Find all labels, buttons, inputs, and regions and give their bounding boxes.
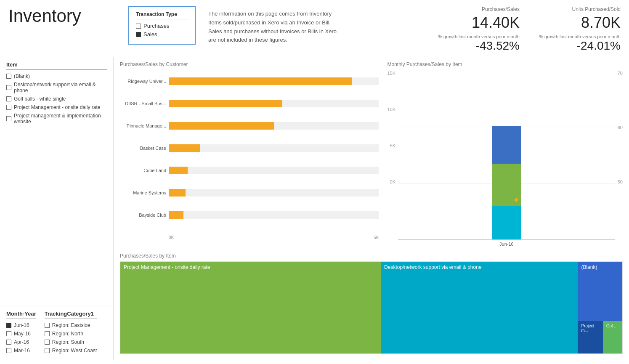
hbar-label-bayside: Bayside Club [120, 213, 166, 218]
checkbox-north[interactable] [45, 331, 50, 336]
hbar-row-pinnacle: Pinnacle Manage... [120, 122, 379, 130]
hbar-row-ridgeway: Ridgeway Univer... [120, 77, 379, 85]
units-growth-value: -24.01% [536, 39, 621, 53]
y-5k: 5K [390, 143, 395, 148]
purchases-sales-label: Purchases/Sales [435, 6, 520, 12]
hbar-row-diisr: DIISR - Small Bus... [120, 100, 379, 107]
checkbox-may16[interactable] [6, 331, 11, 336]
y-10k: 10K [387, 107, 395, 112]
filter-item-golf[interactable]: Golf balls - white single [6, 96, 107, 102]
hbar-track-ridgeway [169, 77, 379, 85]
filter-item-blank[interactable]: (Blank) [6, 73, 107, 79]
seg-blue-dark [492, 126, 521, 164]
hbar-fill-basket [169, 144, 200, 152]
month-jun16[interactable]: Jun-16 [6, 322, 36, 328]
checkbox-westcoast[interactable] [45, 348, 50, 353]
bar-stack [492, 126, 521, 239]
treemap-cell-pm-small[interactable]: Project m... [578, 321, 602, 353]
filter-label-pm: Project Management - onsite daily rate [14, 104, 100, 110]
treemap-label-pm-small: Project m... [581, 324, 599, 333]
bottom-filters: Month-Year Jun-16 May-16 Apr-16 [0, 306, 114, 360]
monthly-chart-container: Monthly Purchases/Sales by Item 15K 10K … [387, 61, 623, 247]
hbar-fill-bayside [169, 211, 183, 219]
charts-top-row: Purchases/Sales by Customer Ridgeway Uni… [114, 57, 629, 251]
filter-label-blank: (Blank) [14, 73, 30, 79]
checkbox-mar16[interactable] [6, 348, 11, 353]
hbar-chart: Ridgeway Univer... DIISR - Small Bus... … [120, 71, 379, 247]
filter-checkbox-pm[interactable] [6, 105, 11, 110]
hbar-track-basket [169, 144, 379, 152]
kpi-area: Purchases/Sales 14.40K % growth last mon… [435, 6, 621, 53]
dot-orange [515, 198, 518, 202]
sales-checkbox[interactable] [136, 32, 141, 37]
main-content: Item (Blank) Desktop/network support via… [0, 57, 629, 360]
transaction-type-filter[interactable]: Transaction Type Purchases Sales [128, 6, 196, 45]
y-axis-right: 70 60 50 [615, 71, 623, 184]
filter-checkbox-golf[interactable] [6, 96, 11, 101]
tracking-south[interactable]: Region: South [45, 339, 97, 345]
checkbox-jun16[interactable] [6, 323, 11, 328]
hbar-label-pinnacle: Pinnacle Manage... [120, 123, 166, 128]
stacked-bar [492, 126, 521, 239]
tracking-north[interactable]: Region: North [45, 331, 97, 337]
vbar-area: Jun-16 [398, 71, 615, 247]
tracking-westcoast[interactable]: Region: West Coast [45, 348, 97, 353]
treemap-right-col: (Blank) Project m... Gol... [578, 262, 622, 353]
hbar-axis-5k: 5K [374, 235, 379, 240]
seg-green [492, 164, 521, 206]
purchases-growth-value: -43.52% [435, 39, 520, 53]
label-jun16: Jun-16 [14, 322, 29, 328]
vbar-x-label: Jun-16 [398, 242, 615, 247]
filter-item-desktop[interactable]: Desktop/network support via email & phon… [6, 82, 107, 93]
sales-filter-item[interactable]: Sales [136, 31, 188, 37]
purchases-filter-item[interactable]: Purchases [136, 23, 188, 29]
treemap-cell-pm[interactable]: Project Management - onsite daily rate [120, 262, 381, 353]
transaction-type-label: Transaction Type [136, 11, 188, 19]
tracking-eastside[interactable]: Region: Eastside [45, 322, 97, 328]
treemap-cell-golf[interactable]: Gol... [603, 321, 622, 353]
hbar-track-marine [169, 189, 379, 197]
hbar-label-basket: Basket Case [120, 146, 166, 151]
purchases-sales-value: 14.40K [435, 14, 520, 32]
hbar-fill-marine [169, 189, 186, 197]
month-year-filter: Month-Year Jun-16 May-16 Apr-16 [6, 311, 36, 356]
filter-label-desktop: Desktop/network support via email & phon… [14, 82, 107, 93]
y-right-60: 60 [618, 125, 623, 130]
y-right-50: 50 [618, 179, 623, 184]
item-filter-section: Item (Blank) Desktop/network support via… [0, 57, 114, 306]
treemap-cell-blank[interactable]: (Blank) [578, 262, 622, 321]
purchases-checkbox[interactable] [136, 24, 141, 29]
filter-item-pm[interactable]: Project Management - onsite daily rate [6, 104, 107, 110]
filter-item-pmi[interactable]: Project management & implementation - we… [6, 113, 107, 125]
bar-chart-container: Purchases/Sales by Customer Ridgeway Uni… [120, 61, 379, 247]
hbar-fill-cube [169, 167, 188, 174]
treemap-label-pm: Project Management - onsite daily rate [124, 264, 210, 270]
filter-label-pmi: Project management & implementation - we… [14, 113, 107, 125]
hbar-axis: 0K 5K [120, 235, 379, 240]
page-title: Inventory [8, 6, 122, 26]
treemap-title: Purchases/Sales by Item [120, 253, 623, 259]
purchases-growth-label: % growth last month versus prior month [435, 34, 520, 39]
hbar-axis-0k: 0K [169, 235, 174, 240]
treemap-cell-desktop[interactable]: Desktop/network support via email & phon… [381, 262, 578, 353]
y-right-70: 70 [618, 71, 623, 76]
checkbox-apr16[interactable] [6, 340, 11, 345]
month-year-title: Month-Year [6, 311, 36, 319]
treemap: Project Management - onsite daily rate D… [120, 261, 623, 354]
label-westcoast: Region: West Coast [52, 348, 97, 353]
hbar-row-bayside: Bayside Club [120, 211, 379, 219]
hbar-track-cube [169, 167, 379, 174]
checkbox-eastside[interactable] [45, 323, 50, 328]
checkbox-south[interactable] [45, 340, 50, 345]
month-apr16[interactable]: Apr-16 [6, 339, 36, 345]
month-mar16[interactable]: Mar-16 [6, 348, 36, 353]
filter-checkbox-desktop[interactable] [6, 85, 11, 90]
y-15k: 15K [387, 71, 395, 76]
filter-checkbox-pmi[interactable] [6, 116, 11, 121]
tracking-title: TrackingCategory1 [45, 311, 97, 319]
units-growth-label: % growth last month versus prior month [536, 34, 621, 39]
month-may16[interactable]: May-16 [6, 331, 36, 337]
top-section: Inventory Transaction Type Purchases Sal… [0, 0, 629, 57]
hbar-track-pinnacle [169, 122, 379, 130]
filter-checkbox-blank[interactable] [6, 74, 11, 79]
